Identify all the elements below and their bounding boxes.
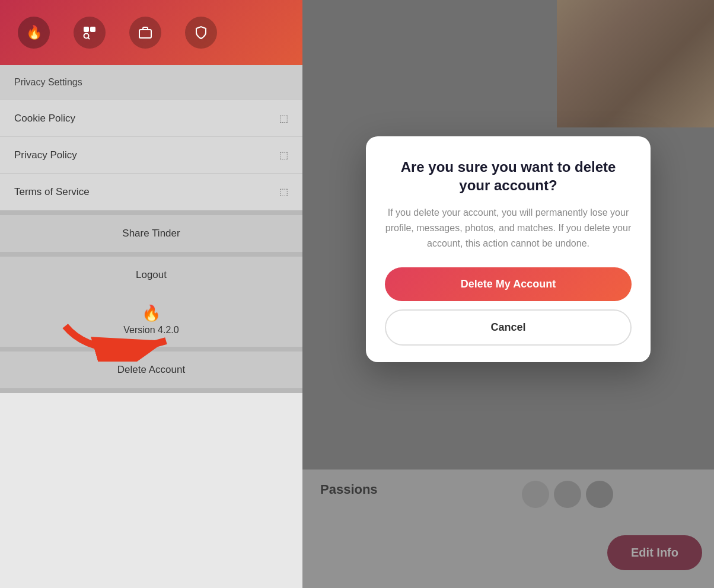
shield-icon[interactable] (185, 17, 217, 49)
arrow-indicator (59, 314, 178, 362)
external-link-icon: ⬚ (279, 186, 288, 197)
modal-overlay: Are you sure you want to delete your acc… (302, 0, 714, 588)
modal-title: Are you sure you want to delete your acc… (385, 158, 632, 194)
sidebar-item-privacy-policy[interactable]: Privacy Policy ⬚ (0, 137, 302, 174)
sidebar-header: 🔥 (0, 0, 302, 65)
svg-point-2 (84, 34, 89, 39)
menu-separator-2 (0, 252, 302, 257)
svg-rect-1 (90, 27, 95, 32)
briefcase-icon[interactable] (129, 17, 161, 49)
sidebar-item-privacy-settings[interactable]: Privacy Settings (0, 65, 302, 100)
sidebar-item-logout[interactable]: Logout (0, 257, 302, 293)
sidebar: 🔥 Privacy Settings Cookie P (0, 0, 302, 588)
svg-rect-4 (139, 30, 151, 38)
external-link-icon: ⬚ (279, 113, 288, 124)
svg-rect-0 (84, 27, 89, 32)
menu-separator-1 (0, 210, 302, 215)
modal-body: If you delete your account, you will per… (385, 205, 632, 251)
delete-my-account-button[interactable]: Delete My Account (385, 267, 632, 301)
sidebar-item-terms-of-service[interactable]: Terms of Service ⬚ (0, 174, 302, 210)
cancel-button[interactable]: Cancel (385, 309, 632, 346)
sidebar-item-share-tinder[interactable]: Share Tinder (0, 215, 302, 252)
external-link-icon: ⬚ (279, 149, 288, 161)
delete-account-modal: Are you sure you want to delete your acc… (366, 136, 651, 362)
sidebar-item-cookie-policy[interactable]: Cookie Policy ⬚ (0, 100, 302, 137)
flame-icon[interactable]: 🔥 (18, 17, 50, 49)
menu-separator-4 (0, 388, 302, 393)
browse-icon[interactable] (74, 17, 106, 49)
svg-line-3 (88, 38, 90, 40)
